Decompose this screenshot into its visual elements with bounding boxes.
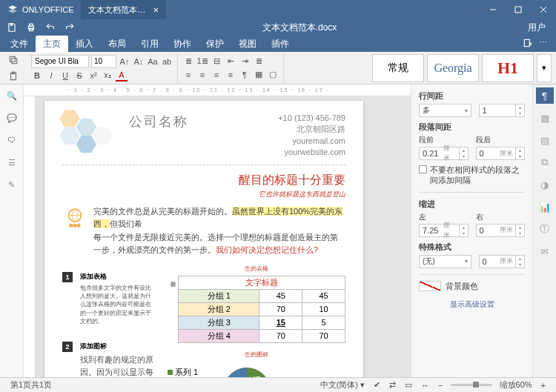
bullets-button[interactable]: ≣ [182,56,194,67]
tab-references[interactable]: 引用 [133,36,166,53]
navigation-icon[interactable]: ☰ [5,156,19,169]
maximize-button[interactable] [506,0,531,19]
borders-button[interactable]: ▢ [267,69,279,81]
style-normal[interactable]: 常规 [372,54,424,82]
spellcheck-icon[interactable]: ✔ [369,380,385,390]
para-mark-button[interactable]: ¶ [239,69,251,81]
minimize-button[interactable] [480,0,506,19]
highlight-icon[interactable]: ab [161,56,173,67]
undo-icon[interactable] [44,21,56,33]
paste-icon[interactable] [7,70,20,83]
horizontal-ruler[interactable]: · 1 · 2 · 3 · 4 · 5 · 6 · 7 · 8 · 9 · 10… [24,84,411,96]
italic-button[interactable]: I [45,70,57,82]
fit-page-icon[interactable]: ▭ [400,380,417,390]
dots-icon[interactable]: ⋯ [539,38,547,50]
bg-color-label: 背景颜色 [446,281,478,292]
subscript-button[interactable]: x₂ [102,70,113,82]
indent-button[interactable]: ⇥ [239,56,251,67]
shape-settings-tab[interactable]: ◑ [536,176,554,193]
superscript-button[interactable]: x² [87,70,99,82]
pie-chart: 生的图标 系列 1 系列 2 系列 3 系列 4 45701570 [168,351,345,377]
align-right-button[interactable]: ≡ [211,69,222,81]
vertical-ruler[interactable] [24,96,36,377]
language-select[interactable]: 中文(简体) ▾ [316,379,369,391]
show-advanced-link[interactable]: 显示高级设置 [419,299,525,310]
shading-button[interactable]: ▦ [253,69,265,81]
style-h1[interactable]: H1 [482,54,534,82]
special-mode-select[interactable]: (无) [419,255,471,268]
line-spacing-value[interactable]: 1▴▾ [479,104,526,117]
tab-protect[interactable]: 保护 [199,36,231,53]
zoom-label[interactable]: 缩放60% [495,379,537,391]
fit-width-icon[interactable]: ↔ [417,381,434,390]
header-settings-tab[interactable]: ⧉ [536,154,554,170]
track-changes-icon[interactable]: ⇄ [385,380,400,390]
tab-file[interactable]: 文件 [3,36,36,53]
document-tab[interactable]: 文本文档范本… × [81,0,166,19]
align-center-button[interactable]: ≡ [196,69,208,81]
save-icon[interactable] [6,21,18,33]
close-tab-icon[interactable]: × [153,4,159,16]
ribbon-toolbar: Segoe UI Bla 10 A↑ A↓ Aa ab B I U S x² x… [0,52,556,84]
tab-collab[interactable]: 协作 [166,36,199,53]
dedent-button[interactable]: ⇤ [225,56,236,67]
font-family-select[interactable]: Segoe UI Bla [31,55,89,68]
print-icon[interactable] [25,21,37,33]
underline-button[interactable]: U [59,70,71,82]
comments-icon[interactable]: 💬 [5,111,19,124]
tab-plugins[interactable]: 插件 [264,36,297,53]
no-space-checkbox[interactable]: 不要在相同样式的段落之间添加间隔 [419,165,525,186]
zoom-out-button[interactable]: − [434,381,447,390]
font-size-select[interactable]: 10 [91,55,116,68]
multilevel-button[interactable]: ⊟ [211,56,222,67]
align-left-button[interactable]: ≡ [182,69,194,81]
indent-label: 缩进 [419,199,525,210]
zoom-slider[interactable] [451,384,492,386]
bold-button[interactable]: B [31,70,43,82]
document-page[interactable]: 公司名称 +10 (123) 456-789北京朝阳区路youremail.co… [44,101,363,377]
inc-font-icon[interactable]: A↑ [119,56,130,67]
chart-settings-tab[interactable]: 📊 [536,199,554,215]
dec-font-icon[interactable]: A↓ [133,56,145,67]
tab-home[interactable]: 主页 [36,36,68,53]
space-before-input[interactable]: 0.21厘米▴▾ [419,147,469,160]
copy-icon[interactable] [7,53,20,67]
indent-right-input[interactable]: 0厘米▴▾ [476,224,526,237]
doc-canvas: · 1 · 2 · 3 · 4 · 5 · 6 · 7 · 8 · 9 · 10… [24,84,411,377]
bg-color-swatch[interactable] [419,281,441,291]
user-label[interactable]: 用户 [523,21,550,34]
intro-block: 完美的文件总是从完美的标题开始的。虽然世界上没有100%完美的东西，但我们希每一… [62,205,345,257]
strike-button[interactable]: S [73,70,85,82]
image-settings-tab[interactable]: ▧ [536,132,554,148]
zoom-in-button[interactable]: + [537,381,550,390]
style-georgia[interactable]: Georgia [427,54,479,82]
tab-layout[interactable]: 布局 [101,36,133,53]
line-height-button[interactable]: ≣ [253,56,265,67]
tab-insert[interactable]: 插入 [68,36,101,53]
line-spacing-mode[interactable]: 多 [419,104,471,117]
special-value-input[interactable]: 0厘米▴▾ [479,255,526,268]
table-settings-tab[interactable]: ▦ [536,110,554,126]
font-color-button[interactable]: A [116,70,128,82]
redo-icon[interactable] [64,21,76,33]
svg-point-23 [77,223,81,227]
indent-left-input[interactable]: 7.25厘米▴▾ [419,224,469,237]
table-row: 分组 14545 [179,289,345,302]
change-case-icon[interactable]: Aa [147,56,159,67]
page-indicator[interactable]: 第1页共1页 [6,379,56,391]
open-file-icon[interactable] [523,38,533,50]
mail-merge-tab[interactable]: ✉ [536,243,554,259]
chat-icon[interactable]: 🗨 [5,133,19,147]
feedback-icon[interactable]: ✎ [5,178,19,191]
svg-point-21 [69,223,73,227]
align-justify-button[interactable]: ≡ [225,69,236,81]
para-settings-tab[interactable]: ¶ [536,87,554,104]
space-after-input[interactable]: 0厘米▴▾ [476,147,526,160]
tab-view[interactable]: 视图 [231,36,264,53]
text-art-tab[interactable]: Ⓣ [536,221,554,237]
numbering-button[interactable]: 1≣ [196,56,208,67]
close-window-button[interactable] [531,0,556,19]
right-panel: 行间距 多 1▴▾ 段落间距 段前 0.21厘米▴▾ 段后 0厘米▴▾ 不要在相… [411,84,556,377]
style-more[interactable]: ▾ [537,54,552,82]
search-icon[interactable]: 🔍 [5,89,19,102]
